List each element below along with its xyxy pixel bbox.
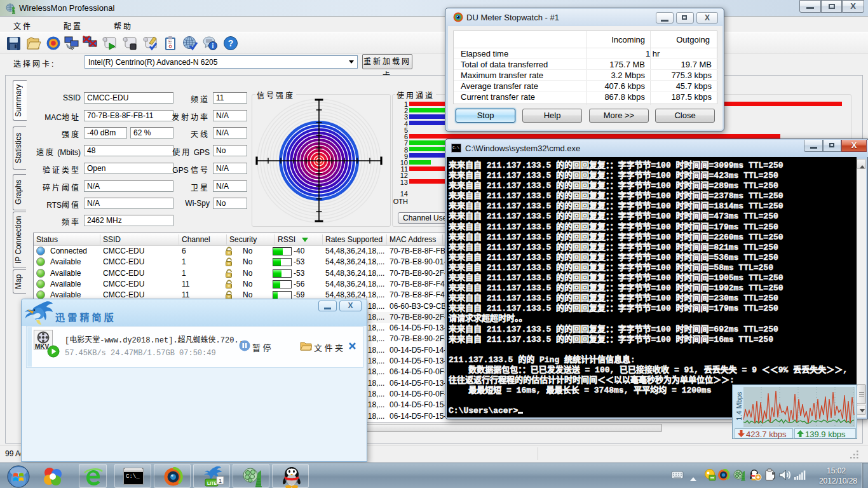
svg-text:i: i — [212, 43, 214, 50]
svg-text:?: ? — [228, 38, 234, 48]
svg-text:1: 1 — [219, 478, 222, 484]
svg-text:LITE: LITE — [207, 481, 217, 485]
